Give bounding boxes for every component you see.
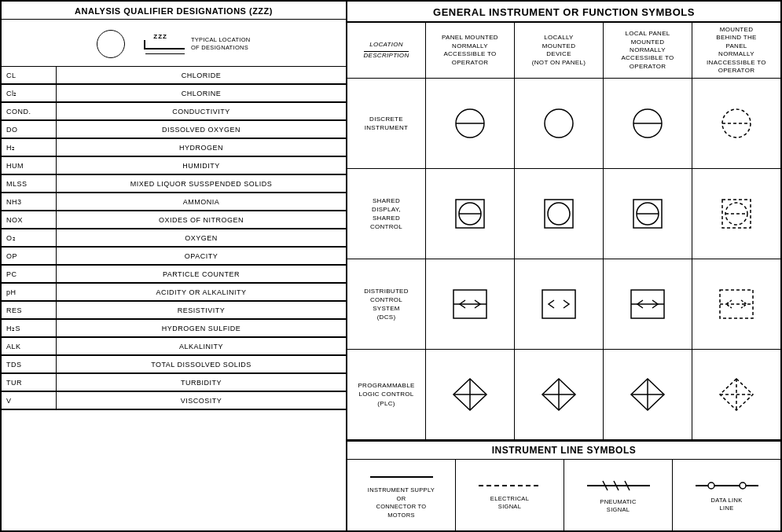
- svg-rect-20: [542, 290, 575, 318]
- left-title: ANALYSIS QUALIFIER DESIGNATIONS (ZZZ): [2, 2, 346, 20]
- supply-line-svg: [370, 471, 433, 483]
- analysis-row: TDSTOTAL DISSOLVED SOLIDS: [2, 356, 346, 374]
- dcs-local-panel-symbol: [627, 284, 668, 324]
- analysis-row: pHACIDITY OR ALKALINITY: [2, 284, 346, 302]
- electrical-line-label: ELECTRICALSIGNAL: [490, 495, 529, 512]
- analysis-abbr: OP: [2, 248, 57, 265]
- analysis-abbr: HUM: [2, 157, 57, 174]
- shared-local-panel: [604, 169, 692, 259]
- row-dcs-label: DISTRIBUTEDCONTROLSYSTEM(DCS): [347, 259, 426, 349]
- analysis-row: H₂HYDROGEN: [2, 139, 346, 157]
- row-discrete: DISCRETEINSTRUMENT: [347, 79, 780, 169]
- dcs-local-panel: [604, 259, 692, 349]
- svg-point-44: [708, 482, 714, 489]
- typical-location-line2: OF DESIGNATIONS: [191, 44, 251, 53]
- line-symbols-title: INSTRUMENT LINE SYMBOLS: [347, 442, 780, 460]
- analysis-desc: CHLORINE: [57, 85, 346, 102]
- analysis-desc: OXYGEN: [57, 229, 346, 247]
- analysis-desc: AMMONIA: [57, 193, 346, 211]
- dcs-panel-symbol: [450, 284, 490, 324]
- analysis-abbr: CL: [2, 67, 57, 84]
- row-plc-label: PROGRAMMABLELOGIC CONTROL(PLC): [347, 350, 426, 439]
- analysis-abbr: NOX: [2, 211, 57, 229]
- analysis-desc: MIXED LIQUOR SUSSPENDED SOLIDS: [57, 175, 346, 193]
- zzz-diagram: ZZZ TYPICAL LOCATION OF DESIGNATIONS: [2, 20, 346, 67]
- analysis-abbr: DO: [2, 121, 57, 138]
- svg-point-2: [545, 109, 573, 138]
- analysis-abbr: COND.: [2, 103, 57, 120]
- plc-panel: [426, 350, 515, 439]
- analysis-desc: OXIDES OF NITROGEN: [57, 211, 346, 229]
- supply-line-label: INSTRUMENT SUPPLYORCONNECTOR TOMOTORS: [368, 486, 435, 519]
- plc-local: [515, 350, 604, 439]
- main-container: ANALYSIS QUALIFIER DESIGNATIONS (ZZZ) ZZ…: [0, 0, 782, 532]
- header-col2: LOCALLYMOUNTEDDEVICE(NOT ON PANEL): [515, 23, 604, 78]
- row-dcs: DISTRIBUTEDCONTROLSYSTEM(DCS): [347, 259, 780, 350]
- dcs-behind-symbol: [716, 284, 757, 324]
- header-col1: PANEL MOUNTEDNORMALLYACCESSIBLE TOOPERAT…: [426, 23, 515, 78]
- analysis-abbr: MLSS: [2, 175, 57, 193]
- dcs-local-symbol: [538, 284, 579, 324]
- analysis-desc: DISSOLVED OXYGEN: [57, 121, 346, 138]
- analysis-row: RESRESISTIVITY: [2, 302, 346, 320]
- analysis-desc: HYDROGEN: [57, 139, 346, 156]
- zzz-circle: [97, 30, 125, 58]
- shared-panel-symbol: [450, 194, 490, 233]
- pneumatic-line-svg: [587, 476, 650, 495]
- analysis-abbr: H₂: [2, 139, 57, 156]
- analysis-row: HUMHUMIDITY: [2, 157, 346, 175]
- discrete-local-panel-symbol: [628, 104, 667, 143]
- plc-behind: [692, 350, 780, 439]
- discrete-behind-symbol: [717, 104, 756, 143]
- analysis-row: PCPARTICLE COUNTER: [2, 266, 346, 284]
- analysis-abbr: TDS: [2, 356, 57, 373]
- analysis-desc: HUMIDITY: [57, 157, 346, 174]
- shared-behind-symbol: [717, 194, 756, 233]
- line-symbols-row: INSTRUMENT SUPPLYORCONNECTOR TOMOTORS EL…: [347, 460, 780, 530]
- row-plc: PROGRAMMABLELOGIC CONTROL(PLC): [347, 350, 780, 440]
- analysis-abbr: TUR: [2, 374, 57, 391]
- discrete-local-panel: [604, 79, 692, 168]
- analysis-desc: VISCOSITY: [57, 392, 346, 409]
- inst-header-row: LOCATIONDESCRIPTION PANEL MOUNTEDNORMALL…: [347, 23, 780, 79]
- pneumatic-line-label: PNEUMATICSIGNAL: [600, 498, 636, 515]
- analysis-row: CLCHLORIDE: [2, 67, 346, 85]
- line-sym-pneumatic: PNEUMATICSIGNAL: [564, 460, 673, 530]
- analysis-row: Cl₂CHLORINE: [2, 85, 346, 103]
- discrete-local-symbol: [539, 104, 578, 143]
- analysis-abbr: NH3: [2, 193, 57, 211]
- analysis-abbr: PC: [2, 266, 57, 283]
- discrete-behind: [692, 79, 780, 168]
- shared-local-symbol: [539, 194, 578, 233]
- line-symbols-section: INSTRUMENT LINE SYMBOLS INSTRUMENT SUPPL…: [347, 440, 780, 530]
- analysis-desc: TURBIDITY: [57, 374, 346, 391]
- analysis-table: CLCHLORIDECl₂CHLORINECOND.CONDUCTIVITYDO…: [2, 67, 346, 530]
- right-panel: GENERAL INSTRUMENT OR FUNCTION SYMBOLS L…: [347, 2, 780, 530]
- left-panel: ANALYSIS QUALIFIER DESIGNATIONS (ZZZ) ZZ…: [2, 2, 347, 530]
- zzz-label: ZZZ: [136, 33, 185, 40]
- svg-rect-10: [545, 200, 573, 228]
- dcs-behind: [692, 259, 780, 349]
- datalink-line-label: DATA LINKLINE: [711, 497, 743, 513]
- discrete-panel-symbol: [450, 104, 490, 143]
- row-shared: SHAREDDISPLAY,SHAREDCONTROL: [347, 169, 780, 259]
- plc-behind-symbol: [716, 375, 757, 414]
- analysis-row: H₂SHYDROGEN SULFIDE: [2, 320, 346, 338]
- analysis-desc: ALKALINITY: [57, 338, 346, 355]
- plc-local-panel: [604, 350, 692, 439]
- plc-local-panel-symbol: [627, 375, 668, 414]
- analysis-row: DODISSOLVED OXYGEN: [2, 121, 346, 139]
- analysis-row: VVISCOSITY: [2, 392, 346, 410]
- line-sym-electrical: ELECTRICALSIGNAL: [456, 460, 564, 530]
- shared-local-panel-symbol: [628, 194, 667, 233]
- analysis-desc: OPACITY: [57, 248, 346, 265]
- pneumatic-line-visual: [587, 476, 650, 495]
- line-sym-supply: INSTRUMENT SUPPLYORCONNECTOR TOMOTORS: [347, 460, 456, 530]
- shared-behind: [692, 169, 780, 259]
- plc-local-symbol: [538, 375, 579, 414]
- supply-line-visual: [370, 471, 433, 483]
- dcs-panel: [426, 259, 515, 349]
- typical-location-line1: TYPICAL LOCATION: [191, 36, 251, 45]
- analysis-abbr: Cl₂: [2, 85, 57, 102]
- analysis-abbr: RES: [2, 302, 57, 319]
